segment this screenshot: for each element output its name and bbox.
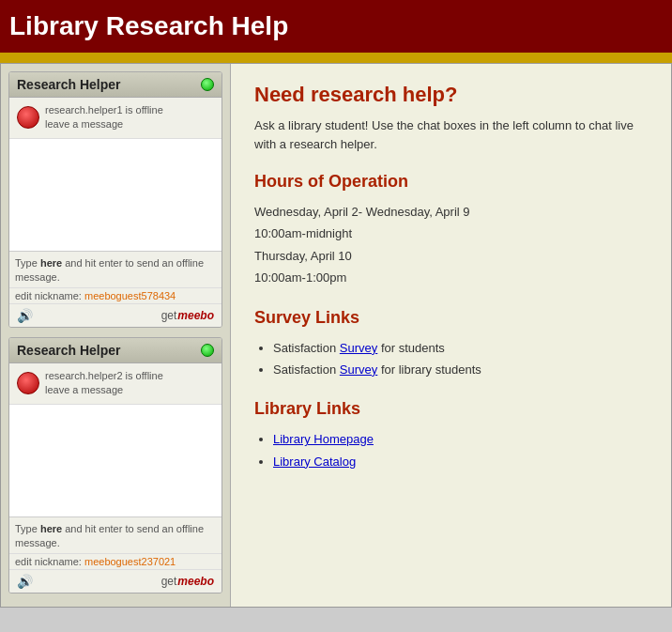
chat-user-action-1: leave a message <box>45 117 163 131</box>
survey-link-1[interactable]: Survey <box>340 341 377 355</box>
main-container: Research Helper research.helper1 is offl… <box>0 63 672 608</box>
chat-footer-1: 🔊 get meebo <box>9 304 221 327</box>
library-link-item-2: Library Catalog <box>273 451 648 472</box>
chat-username-2: research.helper2 is offline <box>45 369 163 383</box>
speaker-icon-1[interactable]: 🔊 <box>17 308 33 323</box>
page-header: Library Research Help <box>0 0 672 57</box>
chat-body-1[interactable] <box>9 139 221 252</box>
survey-prefix-2: Satisfaction <box>273 362 340 377</box>
meebo-branding-1: get meebo <box>161 309 214 322</box>
status-dot-1 <box>201 78 214 91</box>
speaker-icon-2[interactable]: 🔊 <box>17 574 33 589</box>
chat-nickname-label-1: edit nickname: <box>15 290 84 301</box>
survey-link-item-1: Satisfaction Survey for students <box>273 337 648 359</box>
survey-prefix-1: Satisfaction <box>273 341 340 355</box>
main-heading: Need research help? <box>254 83 648 107</box>
chat-nickname-row-2: edit nickname: meeboguest237021 <box>9 554 221 570</box>
chat-widget-2: Research Helper research.helper2 is offl… <box>8 337 222 593</box>
chat-title-1: Research Helper <box>17 77 121 92</box>
main-intro: Ask a library student! Use the chat boxe… <box>254 116 648 153</box>
chat-nickname-value-1[interactable]: meeboguest578434 <box>84 290 176 301</box>
chat-header-2: Research Helper <box>9 338 221 363</box>
main-content: Need research help? Ask a library studen… <box>231 64 671 607</box>
chat-avatar-1 <box>17 106 39 129</box>
chat-here-link-1[interactable]: here <box>40 257 62 269</box>
page-title: Library Research Help <box>9 11 663 41</box>
survey-link-2[interactable]: Survey <box>340 362 377 377</box>
survey-heading: Survey Links <box>254 308 648 328</box>
chat-body-2[interactable] <box>9 405 221 517</box>
chat-widget-1: Research Helper research.helper1 is offl… <box>8 71 222 328</box>
meebo-logo-1: meebo <box>177 309 214 322</box>
chat-avatar-2 <box>17 372 39 394</box>
chat-here-link-2[interactable]: here <box>40 523 62 534</box>
chat-user-info-1: research.helper1 is offline leave a mess… <box>45 103 163 132</box>
hours-line-3: Thursday, April 10 <box>254 245 648 267</box>
hours-block: Wednesday, April 2- Wednesday, April 9 1… <box>254 201 648 289</box>
chat-input-label-1: Type here and hit enter to send an offli… <box>15 257 204 283</box>
chat-input-area-2: Type here and hit enter to send an offli… <box>9 517 221 554</box>
sidebar: Research Helper research.helper1 is offl… <box>1 64 231 607</box>
library-homepage-link[interactable]: Library Homepage <box>273 432 374 446</box>
library-heading: Library Links <box>254 399 648 419</box>
survey-suffix-1: for students <box>377 341 445 355</box>
hours-line-4: 10:00am-1:00pm <box>254 267 648 288</box>
chat-input-area-1: Type here and hit enter to send an offli… <box>9 252 221 288</box>
chat-title-2: Research Helper <box>17 343 121 358</box>
library-catalog-link[interactable]: Library Catalog <box>273 455 356 469</box>
chat-user-action-2: leave a message <box>45 383 163 397</box>
meebo-logo-2: meebo <box>177 575 214 588</box>
survey-suffix-2: for library students <box>377 362 481 377</box>
chat-footer-2: 🔊 get meebo <box>9 570 221 593</box>
chat-username-1: research.helper1 is offline <box>45 103 163 117</box>
chat-nickname-value-2[interactable]: meeboguest237021 <box>84 556 176 567</box>
chat-user-info-2: research.helper2 is offline leave a mess… <box>45 369 163 398</box>
library-links-list: Library Homepage Library Catalog <box>273 428 648 472</box>
chat-user-row-1: research.helper1 is offline leave a mess… <box>9 98 221 139</box>
hours-heading: Hours of Operation <box>254 172 648 192</box>
status-dot-2 <box>201 344 214 357</box>
survey-links-list: Satisfaction Survey for students Satisfa… <box>273 337 648 381</box>
hours-line-1: Wednesday, April 2- Wednesday, April 9 <box>254 201 648 223</box>
chat-input-label-2: Type here and hit enter to send an offli… <box>15 523 204 548</box>
library-link-item-1: Library Homepage <box>273 428 648 450</box>
chat-user-row-2: research.helper2 is offline leave a mess… <box>9 363 221 405</box>
hours-line-2: 10:00am-midnight <box>254 223 648 244</box>
survey-link-item-2: Satisfaction Survey for library students <box>273 359 648 380</box>
chat-nickname-row-1: edit nickname: meeboguest578434 <box>9 288 221 304</box>
chat-nickname-label-2: edit nickname: <box>15 556 84 567</box>
meebo-branding-2: get meebo <box>161 575 214 588</box>
chat-header-1: Research Helper <box>9 72 221 98</box>
